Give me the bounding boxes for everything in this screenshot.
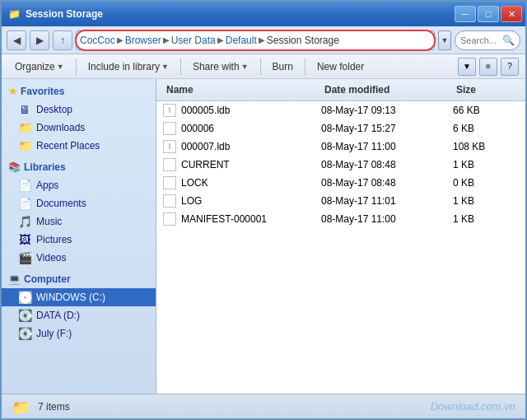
file-size: 1 KB — [453, 159, 519, 170]
search-input[interactable] — [460, 35, 500, 45]
apps-label: Apps — [36, 180, 58, 191]
file-date: 08-May-17 15:27 — [321, 123, 453, 134]
sidebar-section-favorites: ★ Favorites 🖥 Desktop 📁 Downloads 📁 Rece… — [2, 82, 156, 155]
table-row[interactable]: LOCK 08-May-17 08:48 0 KB — [156, 174, 525, 192]
sidebar-header-computer[interactable]: 💻 Computer — [2, 270, 156, 288]
title-bar: 📁 Session Storage ─ □ ✕ — [2, 2, 525, 26]
breadcrumb-default[interactable]: Default — [226, 35, 257, 46]
music-icon: 🎵 — [18, 215, 31, 228]
file-type-icon — [163, 194, 176, 208]
col-date[interactable]: Date modified — [321, 82, 453, 97]
file-name-cell: l 000007.ldb — [163, 140, 321, 153]
file-name-cell: LOCK — [163, 176, 321, 189]
new-folder-button[interactable]: New folder — [310, 58, 371, 75]
sidebar-item-data-d[interactable]: 💽 DATA (D:) — [2, 306, 156, 324]
file-size: 108 KB — [453, 141, 519, 152]
file-size: 0 KB — [453, 177, 519, 189]
pictures-icon: 🖼 — [18, 233, 31, 246]
file-list-container: Name Date modified Size l 000005.ldb 08-… — [156, 79, 525, 394]
computer-icon: 💻 — [8, 273, 21, 285]
watermark: Download.com.vn — [431, 400, 515, 413]
table-row[interactable]: l 000007.ldb 08-May-17 11:00 108 KB — [156, 138, 525, 156]
sidebar-item-videos[interactable]: 🎬 Videos — [2, 249, 156, 267]
search-box[interactable]: 🔍 — [455, 30, 520, 50]
sidebar-item-music[interactable]: 🎵 Music — [2, 212, 156, 231]
file-size: 6 KB — [453, 123, 519, 134]
burn-button[interactable]: Burn — [266, 58, 300, 75]
videos-label: Videos — [36, 252, 66, 264]
close-button[interactable]: ✕ — [501, 6, 522, 22]
maximize-button[interactable]: □ — [478, 6, 499, 22]
sidebar-item-recent-places[interactable]: 📁 Recent Places — [2, 137, 156, 155]
share-with-button[interactable]: Share with ▼ — [186, 58, 255, 75]
sidebar-item-pictures[interactable]: 🖼 Pictures — [2, 231, 156, 249]
toolbar-right: ▼ ≡ ? — [458, 58, 519, 76]
documents-icon: 📄 — [18, 197, 31, 210]
downloads-label: Downloads — [36, 122, 85, 133]
sidebar-header-favorites[interactable]: ★ Favorites — [2, 82, 156, 100]
burn-label: Burn — [273, 61, 293, 72]
address-dropdown[interactable]: ▼ — [438, 30, 451, 50]
data-d-label: DATA (D:) — [36, 310, 80, 321]
favorites-label: Favorites — [21, 86, 64, 97]
file-name-cell: LOG — [163, 194, 321, 208]
search-icon: 🔍 — [502, 35, 515, 46]
breadcrumb-userdata[interactable]: User Data — [171, 35, 216, 46]
computer-label: Computer — [24, 273, 71, 285]
file-type-icon: l — [163, 104, 176, 117]
music-label: Music — [36, 216, 62, 227]
data-d-icon: 💽 — [18, 309, 31, 322]
forward-button[interactable]: ▶ — [30, 30, 49, 50]
table-row[interactable]: MANIFEST-000001 08-May-17 11:00 1 KB — [156, 210, 525, 228]
include-chevron: ▼ — [161, 63, 169, 71]
breadcrumb-coccoc[interactable]: CocCoc — [80, 35, 115, 46]
help-button[interactable]: ? — [501, 58, 519, 76]
desktop-icon: 🖥 — [18, 103, 31, 116]
file-name-cell: 000006 — [163, 122, 321, 135]
breadcrumb-sessionstorage[interactable]: Session Storage — [267, 35, 339, 46]
breadcrumb-browser[interactable]: Browser — [125, 35, 161, 46]
address-row: ◀ ▶ ↑ CocCoc ▶ Browser ▶ User Data ▶ Def… — [2, 26, 525, 54]
sidebar-section-libraries: 📚 Libraries 📄 Apps 📄 Documents 🎵 Music 🖼 — [2, 158, 156, 267]
breadcrumb-path: CocCoc ▶ Browser ▶ User Data ▶ Default ▶… — [80, 35, 431, 46]
organize-label: Organize — [15, 61, 55, 72]
view-details-button[interactable]: ≡ — [479, 58, 497, 76]
up-button[interactable]: ↑ — [53, 30, 72, 50]
file-type-icon — [163, 122, 176, 135]
sidebar-item-apps[interactable]: 📄 Apps — [2, 176, 156, 194]
sidebar-section-computer: 💻 Computer 💽 WINDOWS (C:) 💽 DATA (D:) 💽 … — [2, 270, 156, 343]
back-button[interactable]: ◀ — [7, 30, 26, 50]
sidebar-item-july-f[interactable]: 💽 July (F:) — [2, 324, 156, 343]
file-size: 1 KB — [453, 195, 519, 207]
file-name-cell: l 000005.ldb — [163, 104, 321, 117]
file-name-text: MANIFEST-000001 — [181, 213, 267, 225]
address-bar[interactable]: CocCoc ▶ Browser ▶ User Data ▶ Default ▶… — [76, 30, 435, 50]
sidebar-item-downloads[interactable]: 📁 Downloads — [2, 119, 156, 137]
minimize-button[interactable]: ─ — [455, 6, 476, 22]
sidebar-item-documents[interactable]: 📄 Documents — [2, 194, 156, 212]
table-row[interactable]: CURRENT 08-May-17 08:48 1 KB — [156, 156, 525, 174]
file-name-text: 000007.ldb — [181, 141, 230, 152]
recent-places-label: Recent Places — [36, 140, 100, 152]
title-bar-controls: ─ □ ✕ — [455, 6, 522, 22]
sidebar-header-libraries[interactable]: 📚 Libraries — [2, 158, 156, 176]
table-row[interactable]: LOG 08-May-17 11:01 1 KB — [156, 192, 525, 210]
include-label: Include in library — [88, 61, 160, 72]
toolbar-sep-2 — [180, 58, 181, 75]
toolbar-sep-4 — [305, 58, 305, 75]
favorites-icon: ★ — [8, 86, 17, 97]
col-name[interactable]: Name — [163, 82, 321, 97]
toolbar-sep-3 — [260, 58, 261, 75]
view-dropdown-button[interactable]: ▼ — [458, 58, 476, 76]
sidebar-item-windows-c[interactable]: 💽 WINDOWS (C:) — [2, 288, 156, 306]
videos-icon: 🎬 — [18, 251, 31, 264]
sidebar-item-desktop[interactable]: 🖥 Desktop — [2, 100, 156, 119]
table-row[interactable]: l 000005.ldb 08-May-17 09:13 66 KB — [156, 101, 525, 119]
title-icon: 📁 — [8, 8, 21, 20]
file-name-text: 000006 — [181, 123, 214, 134]
file-name-text: LOG — [181, 195, 202, 207]
table-row[interactable]: 000006 08-May-17 15:27 6 KB — [156, 119, 525, 138]
include-library-button[interactable]: Include in library ▼ — [82, 58, 175, 75]
organize-button[interactable]: Organize ▼ — [8, 58, 71, 75]
col-size[interactable]: Size — [453, 82, 519, 97]
